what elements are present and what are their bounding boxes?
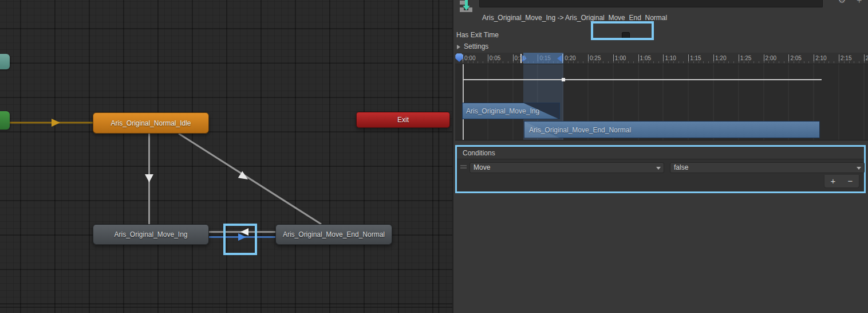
ruler-tick: 1:25 xyxy=(739,54,751,63)
ruler-tick: 1:10 xyxy=(663,54,676,63)
state-label: Aris_Original_Move_End_Normal xyxy=(283,230,385,238)
chevron-down-icon xyxy=(857,167,861,170)
timeline-ruler[interactable]: 0:000:050:100:150:200:251:001:051:101:15… xyxy=(455,53,868,64)
chevron-down-icon xyxy=(656,167,661,170)
transition-timeline[interactable]: 0:000:050:100:150:200:251:001:051:101:15… xyxy=(455,53,868,140)
condition-drag-handle-icon[interactable] xyxy=(460,165,467,169)
ruler-tick: 0:00 xyxy=(463,54,475,63)
transition-icon xyxy=(459,0,473,15)
condition-value: false xyxy=(674,163,688,171)
duration-end-handle[interactable] xyxy=(562,78,565,81)
transition-inspector: ⚙ ＋ Aris_Original_Move_Ing -> Aris_Origi… xyxy=(452,0,868,313)
edge-idle-to-moveing[interactable] xyxy=(145,134,153,224)
gear-icon[interactable]: ⚙ xyxy=(838,0,846,5)
remove-condition-button[interactable]: − xyxy=(848,175,853,187)
transition-highlight-box xyxy=(223,224,257,255)
edge-idle-to-moveend[interactable] xyxy=(179,134,321,224)
conditions-list-footer: + − xyxy=(824,175,859,188)
ruler-tick: 0:05 xyxy=(488,54,500,63)
state-node-move-ing[interactable]: Aris_Original_Move_Ing xyxy=(93,224,209,245)
ruler-tick: 1:15 xyxy=(688,54,701,63)
condition-value-dropdown[interactable]: false xyxy=(670,162,865,173)
ruler-tick: 2:2 xyxy=(864,54,868,63)
state-label: Aris_Original_Move_Ing xyxy=(114,230,187,238)
ruler-tick: 2:00 xyxy=(764,54,776,63)
name-field-inset[interactable] xyxy=(479,0,823,7)
has-exit-time-highlight-box xyxy=(591,21,654,40)
ruler-tick: 0:20 xyxy=(563,54,575,63)
ruler-tick: 1:20 xyxy=(713,54,726,63)
ruler-tick: 2:10 xyxy=(814,54,826,63)
transition-edges xyxy=(0,0,452,313)
any-state-node-partial[interactable] xyxy=(0,54,10,69)
state-label: Exit xyxy=(397,116,409,124)
state-node-move-end-normal[interactable]: Aris_Original_Move_End_Normal xyxy=(275,224,392,245)
condition-parameter-dropdown[interactable]: Move xyxy=(469,162,664,173)
ruler-tick: 0:25 xyxy=(588,54,601,63)
condition-parameter-value: Move xyxy=(474,163,490,171)
state-node-exit[interactable]: Exit xyxy=(356,112,450,128)
timeline-bar-move-ing[interactable]: Aris_Original_Move_Ing xyxy=(462,103,560,119)
ruler-tick: 1:00 xyxy=(613,54,626,63)
animator-graph-canvas[interactable]: Aris_Original_Normal_Idle Exit Aris_Orig… xyxy=(0,0,452,313)
settings-foldout-arrow-icon[interactable] xyxy=(457,45,460,49)
add-condition-button[interactable]: + xyxy=(831,175,836,187)
timeline-bar-move-end-normal[interactable]: Aris_Original_Move_End_Normal xyxy=(524,121,820,138)
state-node-normal-idle[interactable]: Aris_Original_Normal_Idle xyxy=(93,112,209,134)
edge-entry-to-idle[interactable] xyxy=(10,119,93,127)
bar-label: Aris_Original_Move_Ing xyxy=(466,107,539,115)
entry-node-partial[interactable] xyxy=(0,111,10,130)
conditions-header: Conditions xyxy=(457,147,864,159)
plus-icon[interactable]: ＋ xyxy=(855,0,863,6)
ruler-tick: 2:15 xyxy=(839,54,851,63)
timeline-body[interactable]: Aris_Original_Move_Ing Aris_Original_Mov… xyxy=(455,64,868,140)
conditions-panel: Conditions Move false + − xyxy=(455,145,866,193)
ruler-tick: 2:05 xyxy=(788,54,801,63)
ruler-tick: 1:05 xyxy=(638,54,651,63)
has-exit-time-label: Has Exit Time xyxy=(456,31,499,39)
playhead-pin[interactable] xyxy=(455,53,463,62)
transition-range-band[interactable] xyxy=(523,53,563,64)
state-label: Aris_Original_Normal_Idle xyxy=(111,119,191,127)
settings-foldout[interactable]: Settings xyxy=(464,42,488,50)
duration-line[interactable] xyxy=(463,79,822,80)
transition-title: Aris_Original_Move_Ing -> Aris_Original_… xyxy=(482,14,667,22)
